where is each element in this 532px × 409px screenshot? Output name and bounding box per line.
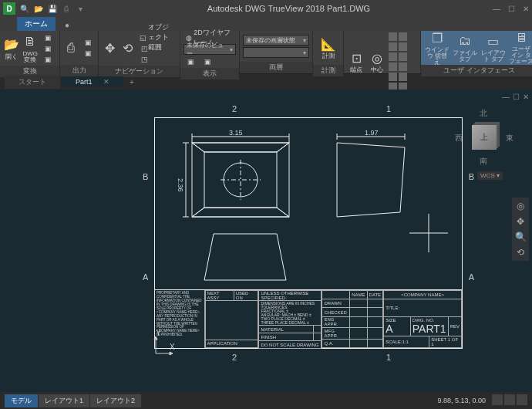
title-block: PROPRIETARY AND CONFIDENTIAL THE INFORMA…: [155, 289, 462, 348]
cube-face-top[interactable]: 上: [472, 125, 497, 150]
dwg-convert-button[interactable]: 🗎 DWG 変換: [22, 33, 39, 64]
panel-measure: 📐 計測 計測: [313, 31, 344, 73]
pan-button[interactable]: ✥: [102, 33, 117, 64]
cube-north[interactable]: 北: [480, 108, 487, 119]
file-tab-part1[interactable]: Part1 ✕: [62, 76, 123, 87]
qat-save-icon[interactable]: 💾: [48, 4, 57, 13]
osnap-opt[interactable]: [399, 73, 407, 81]
revision-table: NEXT ASSYUSED ON APPLICATION: [205, 290, 259, 348]
open-button[interactable]: 📂 開く: [3, 33, 20, 64]
sm-3[interactable]: ▣: [41, 54, 56, 64]
osnap-endpoint[interactable]: ⊡ 端点: [347, 46, 365, 77]
app-icon[interactable]: D: [3, 2, 15, 15]
nav-wheel-icon[interactable]: ◎: [517, 201, 524, 211]
col-1-top: 1: [386, 104, 391, 113]
ui-label: ユーザ イン タフェース: [509, 46, 533, 65]
title-table: <COMPANY NAME> TITLE: SIZEA DWG. NO.PART…: [383, 290, 462, 348]
osnap-opt[interactable]: [399, 63, 407, 71]
window-switch-button[interactable]: ❐ ウインドウ 切替え: [424, 32, 450, 63]
nav-sm-2[interactable]: ◰: [137, 43, 177, 53]
osnap-center[interactable]: ◎ 中心: [368, 46, 386, 77]
file-tabs-button[interactable]: 🗂 ファイル タブ: [453, 32, 479, 63]
view-sm-2[interactable]: ▣: [200, 56, 216, 66]
doc-maximize[interactable]: ☐: [513, 93, 520, 101]
sm-1[interactable]: ▣: [41, 32, 56, 42]
nav-sm-3[interactable]: ◳: [137, 54, 177, 64]
winswitch-label: ウインドウ 切替え: [424, 47, 450, 66]
filetabs-label: ファイル タブ: [453, 50, 479, 63]
saved-views-dropdown[interactable]: 未保存のビュー: [184, 44, 236, 55]
drawing-area[interactable]: — ☐ ✕ 北 南 西 東 上 WCS ▾ ◎ ✥ 🔍 ⟲ 2 1 2 1 B …: [0, 90, 532, 392]
row-a-left: A: [143, 272, 148, 282]
wcs-indicator[interactable]: WCS ▾: [477, 171, 503, 180]
sm-2[interactable]: ▣: [41, 43, 56, 53]
panel-measure-label: 計測: [313, 65, 343, 76]
ref-cross: [409, 214, 448, 252]
view-sm-1[interactable]: ▣: [184, 56, 199, 66]
layout2-tab[interactable]: レイアウト2: [90, 394, 141, 407]
doc-minimize[interactable]: —: [502, 93, 510, 101]
ui-button[interactable]: 🖥 ユーザ イン タフェース: [509, 32, 533, 63]
out-sm-1[interactable]: ▣: [81, 38, 96, 48]
model-tab[interactable]: モデル: [5, 394, 38, 407]
orbit-button[interactable]: ⟲: [120, 33, 135, 64]
row-b-left: B: [143, 172, 148, 181]
panel-layers-label: 画層: [240, 62, 312, 73]
osnap-opt[interactable]: [399, 42, 407, 51]
osnap-opt[interactable]: [399, 32, 407, 41]
osnap-opt[interactable]: [389, 73, 397, 81]
close-button[interactable]: ✕: [523, 5, 529, 13]
orbit-icon: ⟲: [120, 41, 135, 56]
tray-icon[interactable]: [504, 394, 515, 405]
osnap-opt[interactable]: [389, 52, 397, 61]
osnap-opt[interactable]: [389, 63, 397, 71]
layout1-tab[interactable]: レイアウト1: [39, 394, 89, 407]
tray-icon[interactable]: [492, 394, 503, 405]
view-cube[interactable]: 北 南 西 東 上: [455, 108, 513, 167]
panel-view: ◍2Dワイヤフレーム 未保存のビュー ▣ ▣ 表示: [180, 31, 240, 73]
endpoint-icon: ⊡: [348, 50, 364, 66]
panel-nav-label: ナビゲーション: [99, 66, 180, 77]
layer-dropdown[interactable]: [243, 47, 309, 58]
ui-icon: 🖥: [513, 31, 529, 45]
measure-button[interactable]: 📐 計測: [316, 32, 340, 63]
layout-tabs-button[interactable]: ▭ レイアウト タブ: [480, 32, 507, 63]
coordinates: 9.88, 5.13, 0.00: [437, 397, 486, 404]
osnap-opt[interactable]: [389, 42, 397, 51]
nav-pan-icon[interactable]: ✥: [517, 216, 524, 227]
quick-access-toolbar: 🔍 📂 💾 ⎙ ▾: [20, 4, 85, 13]
cube-south[interactable]: 南: [480, 156, 487, 167]
file-tab-close-icon[interactable]: ✕: [103, 78, 109, 86]
nav-zoom-icon[interactable]: 🔍: [515, 232, 527, 242]
minimize-button[interactable]: —: [493, 5, 500, 13]
plot-button[interactable]: ⎙: [63, 32, 79, 63]
window-icon: ❐: [429, 31, 445, 46]
doc-close[interactable]: ✕: [523, 93, 529, 101]
panel-output: ⎙ ▣ ▣ 出力: [60, 31, 99, 73]
cube-east[interactable]: 東: [506, 133, 513, 144]
measure-label: 計測: [322, 53, 335, 59]
open-label: 開く: [5, 54, 18, 60]
qat-search-icon[interactable]: 🔍: [20, 4, 29, 13]
osnap-opt[interactable]: [389, 32, 397, 41]
ribbon-tab-home[interactable]: ホーム: [17, 17, 56, 31]
out-sm-2[interactable]: ▣: [81, 49, 96, 59]
col-2-bot: 2: [232, 353, 237, 362]
maximize-button[interactable]: ☐: [508, 5, 515, 13]
tray-icon[interactable]: [517, 394, 527, 405]
dwg-icon: 🗎: [22, 34, 38, 49]
osnap-opt[interactable]: [399, 52, 407, 61]
new-tab-button[interactable]: +: [125, 76, 139, 88]
qat-open-icon[interactable]: 📂: [34, 4, 43, 13]
nav-orbit-icon[interactable]: ⟲: [517, 247, 524, 258]
window-title: Autodesk DWG TrueView 2018 Part1.DWG: [85, 4, 493, 13]
layouttab-icon: ▭: [486, 33, 501, 49]
extent-button[interactable]: ◱オブジェクト範囲: [137, 32, 177, 42]
layer-state-dropdown[interactable]: 未保存の画層状態: [243, 35, 309, 46]
file-tab-start[interactable]: スタート: [5, 76, 60, 89]
front-view: [203, 232, 288, 283]
qat-more-icon[interactable]: ▾: [76, 4, 85, 13]
qat-print-icon[interactable]: ⎙: [62, 4, 71, 13]
col-1-bot: 1: [386, 353, 391, 362]
ribbon-tab-addins[interactable]: ●: [57, 19, 77, 31]
